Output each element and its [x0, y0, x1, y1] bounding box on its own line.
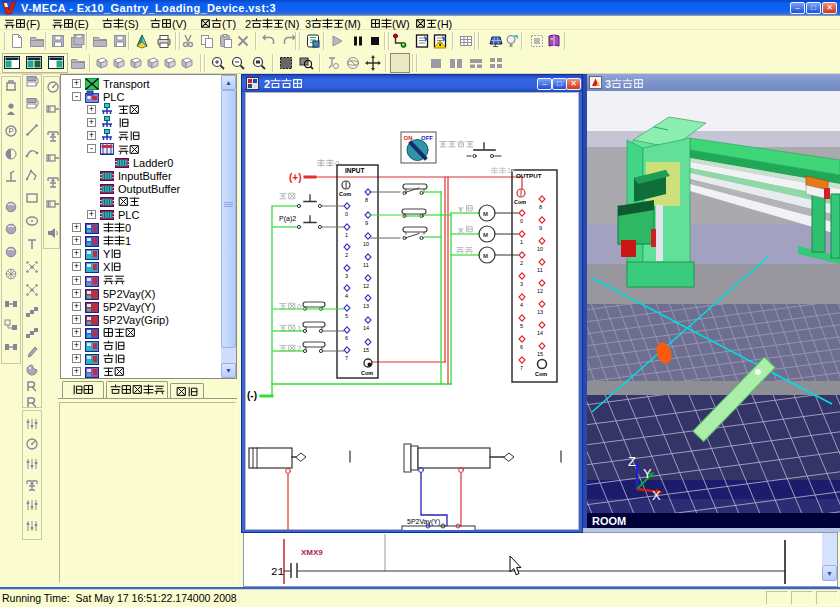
svg-text:P(a)2: P(a)2: [279, 215, 296, 223]
svg-text:Y: Y: [458, 205, 464, 214]
svg-text:6: 6: [520, 344, 523, 350]
svg-text:1: 1: [520, 239, 523, 245]
svg-text:M: M: [483, 211, 488, 217]
svg-text:1: 1: [297, 324, 302, 333]
svg-text:9: 9: [365, 220, 368, 226]
svg-text:4: 4: [520, 302, 523, 308]
svg-text:12: 12: [537, 288, 543, 294]
svg-text:Com: Com: [514, 199, 526, 205]
svg-text:2: 2: [520, 260, 523, 266]
svg-text:10: 10: [537, 246, 543, 252]
svg-text:7: 7: [345, 355, 348, 361]
svg-text:1▾: 1▾: [507, 167, 515, 174]
svg-text:8: 8: [365, 197, 368, 203]
svg-text:OFF: OFF: [421, 135, 433, 141]
svg-text:13: 13: [537, 309, 543, 315]
svg-text:14: 14: [537, 330, 543, 336]
svg-text:15: 15: [537, 351, 543, 357]
svg-text:15: 15: [363, 347, 369, 353]
svg-text:Z: Z: [628, 454, 636, 469]
svg-text:21: 21: [271, 566, 285, 578]
svg-text:INPUT: INPUT: [345, 167, 365, 174]
svg-text:OUTPUT: OUTPUT: [516, 172, 542, 179]
svg-text:13: 13: [363, 303, 369, 309]
svg-text:Com: Com: [361, 370, 373, 376]
svg-text:3: 3: [520, 281, 523, 287]
svg-text:ROOM: ROOM: [592, 515, 626, 527]
svg-text:0: 0: [520, 218, 523, 224]
svg-text:12: 12: [363, 283, 369, 289]
svg-text:4: 4: [345, 293, 348, 299]
svg-text:11: 11: [537, 267, 543, 273]
svg-text:14: 14: [363, 325, 369, 331]
svg-text:5P2Vay(Y): 5P2Vay(Y): [407, 518, 440, 526]
svg-text:6: 6: [345, 335, 348, 341]
svg-text:5: 5: [520, 323, 523, 329]
svg-text:X: X: [458, 226, 464, 235]
svg-text:X: X: [652, 488, 661, 503]
svg-text:5: 5: [345, 313, 348, 319]
svg-text:0: 0: [297, 302, 302, 311]
svg-text:(+): (+): [289, 172, 302, 183]
svg-text:ON: ON: [404, 135, 413, 141]
svg-text:0: 0: [345, 211, 348, 217]
svg-text:M: M: [483, 253, 488, 259]
svg-text:3: 3: [345, 273, 348, 279]
svg-text:Com: Com: [339, 191, 351, 197]
svg-text:2: 2: [345, 252, 348, 258]
svg-text:11: 11: [363, 262, 369, 268]
svg-text:M: M: [483, 232, 488, 238]
svg-text:Com: Com: [535, 371, 547, 377]
svg-text:8: 8: [539, 204, 542, 210]
svg-text:7: 7: [520, 365, 523, 371]
svg-text:9: 9: [539, 225, 542, 231]
svg-text:XMX9: XMX9: [301, 548, 323, 557]
svg-text:2: 2: [297, 344, 302, 353]
svg-text:Y: Y: [643, 466, 652, 481]
svg-text:(-): (-): [247, 390, 257, 401]
svg-text:1: 1: [345, 232, 348, 238]
svg-text:10: 10: [363, 241, 369, 247]
